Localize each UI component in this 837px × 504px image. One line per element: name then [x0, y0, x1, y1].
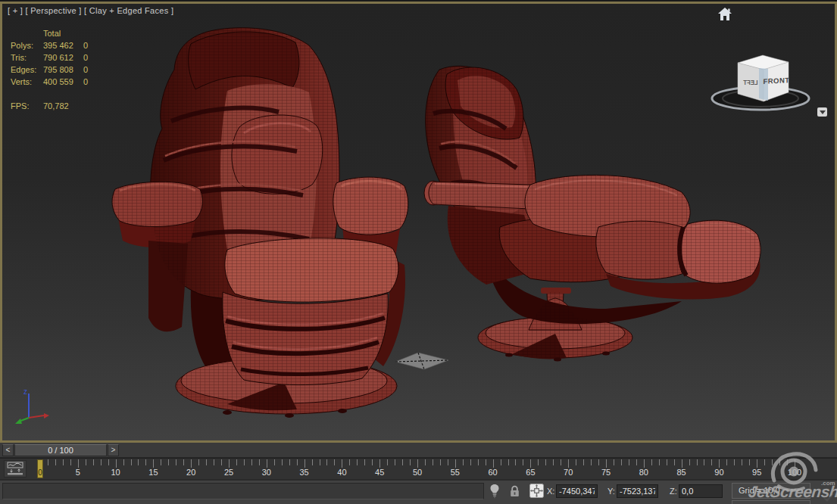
ruler-frame-label: 15 — [142, 468, 164, 477]
ruler-frame-label: 55 — [444, 468, 467, 477]
ruler-tick — [651, 459, 652, 465]
trackbar-ruler[interactable]: 0510152025303540455055606570758085909510… — [34, 459, 837, 479]
ruler-frame-label: 95 — [745, 468, 768, 477]
selection-lock-icon[interactable] — [509, 485, 520, 501]
ruler-frame-label: 100 — [783, 468, 806, 477]
ruler-tick — [433, 459, 433, 465]
ruler-tick — [78, 459, 79, 468]
stats-delta: 0 — [83, 41, 88, 50]
time-slider-handle[interactable]: 0 / 100 — [14, 444, 107, 456]
ruler-tick — [108, 459, 109, 465]
viewcube-left-label: LEFT — [743, 78, 757, 86]
ruler-frame-label: 85 — [670, 468, 693, 477]
ruler-tick — [576, 459, 576, 465]
coord-z-field[interactable] — [679, 484, 723, 498]
ruler-tick — [659, 459, 660, 465]
track-bar[interactable]: 0510152025303540455055606570758085909510… — [0, 458, 837, 479]
ruler-tick — [606, 459, 607, 468]
current-frame-number: 0 — [38, 468, 42, 477]
ruler-tick — [636, 459, 637, 465]
ruler-tick — [523, 459, 523, 465]
ruler-tick — [259, 459, 260, 465]
stats-value: 395 462 — [43, 41, 73, 50]
ruler-tick — [372, 459, 373, 465]
ruler-tick — [93, 459, 94, 465]
plane-helper-object[interactable] — [395, 353, 448, 369]
next-frame-button[interactable]: > — [108, 444, 119, 456]
previous-frame-button[interactable]: < — [2, 444, 14, 456]
ruler-frame-label: 35 — [293, 468, 316, 477]
ruler-tick — [440, 459, 441, 465]
ruler-tick — [515, 459, 516, 465]
ruler-tick — [101, 459, 102, 465]
isolate-selection-lightbulb-icon[interactable] — [489, 484, 500, 502]
ruler-tick — [334, 459, 335, 465]
ruler-tick — [470, 459, 471, 465]
ruler-tick — [545, 459, 546, 465]
stats-label: Verts: — [11, 77, 32, 86]
ruler-tick — [123, 459, 124, 465]
grid-size-display: Grid = 10,0 — [732, 483, 810, 499]
ruler-frame-label: 80 — [632, 468, 655, 477]
ruler-tick — [387, 459, 388, 465]
ruler-tick — [191, 459, 192, 468]
coord-x-field[interactable] — [556, 484, 598, 498]
ruler-tick — [55, 459, 56, 465]
transform-type-in-icon[interactable] — [529, 484, 544, 501]
stats-delta: 0 — [83, 77, 88, 86]
ruler-frame-label: 90 — [707, 468, 730, 477]
ruler-tick — [711, 459, 712, 465]
stats-delta: 0 — [83, 53, 88, 62]
ruler-tick — [561, 459, 561, 465]
ruler-tick — [568, 459, 569, 468]
coord-z-label: Z: — [670, 487, 677, 496]
ruler-tick — [704, 459, 704, 465]
current-frame-marker[interactable]: 0 — [37, 459, 43, 478]
ruler-tick — [538, 459, 539, 465]
stats-label: Edges: — [11, 65, 36, 74]
ruler-frame-label: 75 — [595, 468, 617, 477]
ruler-tick — [508, 459, 509, 465]
mini-curve-editor-button[interactable] — [4, 460, 27, 478]
stats-row-polys: Polys: 395 462 0 — [11, 41, 139, 53]
ruler-tick — [289, 459, 290, 465]
stats-total-header: Total — [43, 29, 61, 38]
ruler-tick — [297, 459, 298, 465]
ruler-tick — [486, 459, 486, 465]
ruler-tick — [229, 459, 230, 468]
ruler-tick — [591, 459, 592, 465]
ruler-tick — [448, 459, 448, 465]
ruler-frame-label: 30 — [255, 468, 278, 477]
viewcube-menu-arrow-icon[interactable] — [817, 107, 827, 117]
ruler-tick — [697, 459, 698, 465]
ruler-tick — [357, 459, 358, 465]
stats-value: 795 808 — [43, 65, 73, 74]
viewcube-home-icon[interactable] — [717, 6, 733, 23]
ruler-tick — [417, 459, 418, 468]
ruler-tick — [131, 459, 132, 465]
ruler-tick — [153, 459, 154, 468]
coord-y-field[interactable] — [617, 484, 658, 498]
ruler-tick — [206, 459, 207, 465]
coord-x-label: X: — [547, 487, 554, 496]
ruler-tick — [176, 459, 176, 465]
ruler-tick — [379, 459, 380, 468]
ruler-tick — [86, 459, 86, 465]
time-tag-display — [732, 500, 810, 504]
stats-delta: 0 — [83, 65, 88, 74]
ruler-tick — [221, 459, 222, 465]
ruler-tick — [183, 459, 184, 465]
ruler-tick — [395, 459, 395, 465]
viewport-statistics: Total Polys: 395 462 0 Tris: 790 612 0 E… — [11, 29, 139, 114]
ruler-tick — [236, 459, 237, 465]
viewcube[interactable]: LEFT FRONT — [712, 55, 809, 110]
viewport-label-menu[interactable]: [ + ] [ Perspective ] [ Clay + Edged Fac… — [8, 6, 173, 15]
viewcube-front-label: FRONT — [763, 76, 789, 86]
status-prompt-line — [2, 483, 484, 499]
stats-row-edges: Edges: 795 808 0 — [11, 65, 139, 77]
ruler-tick — [138, 459, 139, 465]
ruler-tick — [274, 459, 275, 465]
time-slider-track[interactable]: < 0 / 100 > — [0, 443, 837, 458]
world-axis-tripod: z — [15, 387, 49, 424]
ruler-tick — [749, 459, 750, 465]
